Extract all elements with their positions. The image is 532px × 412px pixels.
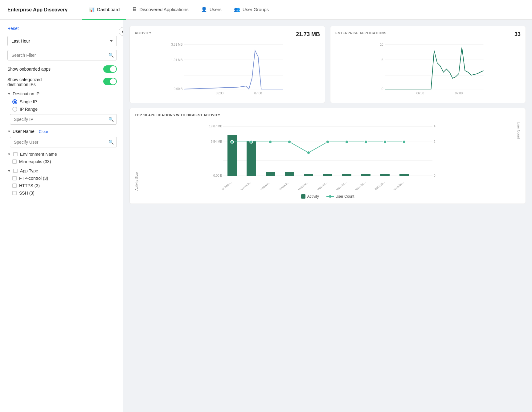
line-dot-8 [364,140,367,143]
app-title: Enterprise App Discovery [7,7,68,13]
sidebar-collapse-button[interactable]: ❮ [119,27,123,36]
tab-users[interactable]: 👤 Users [195,0,228,20]
ip-range-radio[interactable] [12,107,17,112]
line-dot-2 [250,140,253,143]
ftp-checkbox[interactable] [12,176,17,180]
clear-button[interactable]: Clear [39,129,48,134]
specify-ip-wrap: 🔍 [10,114,117,125]
nav-tabs: 📊 Dashboard 🖥 Discovered Applications 👤 … [82,0,275,20]
user-name-chevron[interactable]: ▼ [7,130,11,133]
single-ip-option[interactable]: Single IP [12,99,117,104]
show-categorized-toggle[interactable] [103,78,117,85]
bar-5 [304,174,313,176]
main-layout: ❮ Reset Last Hour 🔍 Show onboarded apps … [0,20,532,412]
show-onboarded-label: Show onboarded apps [7,67,51,72]
app-type-section: ▼ App Type FTP-control (3) HTTPS (3) SSH… [7,168,117,196]
svg-text:0.00 B: 0.00 B [213,174,222,177]
single-ip-radio[interactable] [12,99,17,104]
search-filter-wrap: 🔍 [7,50,117,60]
bar-chart-svg-wrap: 19.07 MB 9.54 MB 0.00 B 4 2 0 [140,122,516,191]
bar-9 [380,174,390,176]
time-filter-select[interactable]: Last Hour [7,36,117,46]
activity-chart-svg-wrap: 3.81 MB 1.91 MB 0.00 B 06:30 07:00 [135,41,320,98]
bar-chart-container: Activity Size 19.07 MB 9.54 MB 0.00 B 4 [135,122,521,191]
specify-user-input[interactable] [10,137,117,147]
discovered-icon: 🖥 [132,6,137,12]
sidebar: ❮ Reset Last Hour 🔍 Show onboarded apps … [0,20,123,412]
user-groups-icon: 👥 [234,6,240,12]
ftp-option[interactable]: FTP-control (3) [12,176,117,181]
bar-6 [323,174,332,176]
specify-ip-input[interactable] [10,114,117,125]
search-filter-icon[interactable]: 🔍 [108,53,114,58]
bar-10 [399,174,409,176]
legend-activity-label: Activity [307,194,319,199]
enterprise-chart-value: 33 [514,31,521,38]
user-name-label: User Name [13,129,35,134]
tab-user-groups[interactable]: 👥 User Groups [228,0,275,20]
enterprise-chart-svg: 10 5 0 06:30 07:00 [335,41,521,97]
env-name-checkbox[interactable] [13,152,18,156]
y-axis-left-label: Activity Size [135,122,138,191]
destination-ip-header[interactable]: ▼ Destination IP [7,91,117,96]
enterprise-chart-card: ENTERPRISE APPLICATIONS 33 10 5 0 0 [330,26,526,103]
app-type-header[interactable]: ▼ App Type [7,168,117,173]
line-dot-1 [231,140,234,143]
svg-text:4: 4 [434,125,436,128]
svg-text:2: 2 [434,140,436,143]
bar-4 [285,172,294,176]
destination-ip-chevron: ▼ [7,92,11,96]
specify-user-wrap: 🔍 [10,137,117,147]
specify-user-search-icon[interactable]: 🔍 [108,140,114,145]
line-dot-4 [288,140,291,143]
tab-dashboard[interactable]: 📊 Dashboard [82,0,126,20]
bar-chart-title: TOP 10 APPLICATIONS WITH HIGHEST ACTIVIT… [135,113,521,117]
show-onboarded-toggle[interactable] [103,65,117,73]
ip-range-option[interactable]: IP Range [12,107,117,112]
ssh-label: SSH (3) [19,191,35,196]
svg-text:dc1.snpp.loc...: dc1.snpp.loc... [389,181,404,190]
enterprise-chart-svg-wrap: 10 5 0 06:30 07:00 [335,41,521,98]
env-name-chevron: ▼ [7,152,11,156]
ssh-checkbox[interactable] [12,191,17,195]
top-charts-row: ACTIVITY 21.73 MB 3.81 MB 1.91 MB 0.00 B [129,26,526,103]
minneapolis-checkbox[interactable] [12,159,17,164]
ip-range-label: IP Range [20,107,38,112]
line-dot-6 [326,140,329,143]
search-filter-input[interactable] [7,50,117,60]
tab-discovered-applications[interactable]: 🖥 Discovered Applications [126,0,194,20]
line-dot-7 [345,140,348,143]
minneapolis-option[interactable]: Minneapolis (33) [12,159,117,164]
dashboard-icon: 📊 [88,6,95,12]
svg-text:dc1.snpp.loc...: dc1.snpp.loc... [350,181,366,190]
enterprise-chart-title: ENTERPRISE APPLICATIONS [335,31,387,35]
svg-text:dc1.snpp.loc...: dc1.snpp.loc... [312,181,328,190]
line-dot-10 [403,140,406,143]
bar-7 [342,174,351,176]
legend-activity: Activity [301,194,319,199]
activity-chart-title: ACTIVITY [135,31,151,35]
specify-ip-search-icon[interactable]: 🔍 [108,117,114,122]
https-option[interactable]: HTTPS (3) [12,183,117,188]
svg-text:1.91 MB: 1.91 MB [171,58,183,62]
bar-8 [361,174,370,176]
svg-text:dc1.snpp.loc...: dc1.snpp.loc... [255,181,271,190]
env-name-header[interactable]: ▼ Environment Name [7,152,117,157]
app-type-checkbox[interactable] [13,169,18,173]
app-type-label: App Type [20,168,38,173]
svg-text:0.00 B: 0.00 B [174,87,183,91]
destination-ip-section: ▼ Destination IP Single IP IP Range 🔍 [7,91,117,125]
reset-link[interactable]: Reset [7,26,19,31]
single-ip-label: Single IP [20,99,37,104]
show-onboarded-row: Show onboarded apps [7,65,117,73]
bar-chart-svg: 19.07 MB 9.54 MB 0.00 B 4 2 0 [140,122,516,190]
svg-text:wordpress.b...: wordpress.b... [274,181,290,190]
env-name-section: ▼ Environment Name Minneapolis (33) [7,152,117,164]
ssh-option[interactable]: SSH (3) [12,191,117,196]
svg-text:07:00: 07:00 [254,92,262,95]
enterprise-chart-header: ENTERPRISE APPLICATIONS 33 [335,31,521,38]
svg-text:5: 5 [382,58,383,62]
https-checkbox[interactable] [12,183,17,188]
env-name-label: Environment Name [20,152,57,157]
svg-text:9.54 MB: 9.54 MB [211,140,223,143]
